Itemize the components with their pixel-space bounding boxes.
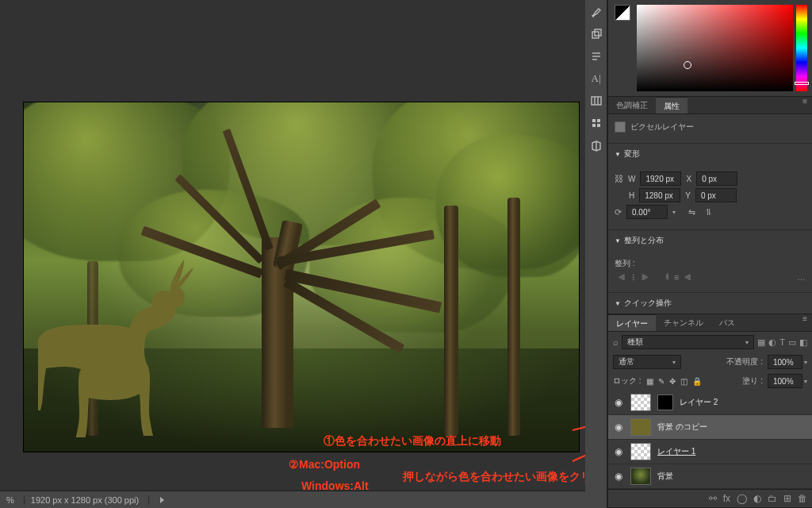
align-right-icon[interactable]: ⫸ (641, 272, 649, 282)
chevron-down-icon: ▼ (615, 151, 621, 158)
layers-footer: ⚯ fx ◯ ◐ 🗀 ⊞ 🗑 (608, 489, 812, 507)
link-layers-icon[interactable]: ⚯ (709, 493, 717, 504)
layer-name[interactable]: 背景 のコピー (657, 421, 707, 433)
lock-all-icon[interactable]: 🔒 (692, 377, 702, 386)
layer-thumbnail[interactable] (630, 468, 651, 485)
more-icon[interactable]: … (797, 272, 806, 282)
layer-item[interactable]: ◉ 背景 (608, 464, 812, 489)
tab-properties[interactable]: 属性 (656, 97, 688, 114)
filter-shape-icon[interactable]: ▭ (788, 337, 796, 348)
align-buttons: ⫷ ⫶ ⫸ ⫵ ≡ ⫷ … (618, 271, 806, 282)
filter-type-icon[interactable]: T (779, 337, 785, 347)
layer-thumbnail[interactable] (630, 443, 651, 460)
align-left-icon[interactable]: ⫷ (618, 272, 626, 282)
lock-artboard-icon[interactable]: ◫ (680, 377, 688, 386)
panel-menu-icon[interactable]: ≡ (802, 314, 812, 331)
paragraph-panel-icon[interactable] (588, 48, 605, 65)
rotate-icon: ⟳ (615, 207, 622, 217)
y-label: Y (685, 191, 691, 200)
x-field[interactable]: 0 px (696, 171, 737, 186)
link-icon[interactable]: ⛓ (615, 174, 623, 183)
document-canvas[interactable] (24, 102, 579, 452)
layer-name[interactable]: 背景 (657, 471, 673, 482)
adjustment-icon[interactable]: ◐ (753, 493, 761, 504)
clone-panel-icon[interactable] (588, 25, 605, 43)
color-field[interactable] (637, 5, 793, 91)
chevron-down-icon: ▼ (615, 237, 621, 244)
brush-panel-icon[interactable] (588, 3, 605, 21)
align-bottom-icon[interactable]: ⫷ (684, 272, 692, 282)
visibility-icon[interactable]: ◉ (613, 421, 624, 433)
deer-silhouette (38, 255, 197, 437)
hue-slider[interactable] (796, 5, 807, 91)
align-hcenter-icon[interactable]: ⫶ (631, 272, 636, 282)
tab-layers[interactable]: レイヤー (608, 314, 656, 331)
character-panel-icon[interactable]: A| (588, 70, 605, 87)
status-dimensions: 1920 px x 1280 px (300 ppi) (31, 495, 149, 505)
align-top-icon[interactable]: ⫵ (665, 271, 669, 282)
lock-paint-icon[interactable]: ✎ (658, 377, 665, 386)
fill-field[interactable]: 100% (768, 374, 802, 388)
opacity-label: 不透明度 : (726, 356, 763, 368)
layer-item[interactable]: ◉ レイヤー 2 (608, 391, 812, 415)
svg-rect-5 (592, 97, 601, 105)
layer-thumbnail[interactable] (630, 418, 651, 436)
layer-name[interactable]: レイヤー 1 (657, 446, 695, 457)
flip-vertical-icon[interactable]: ⥮ (705, 207, 712, 217)
layer-filter-dropdown[interactable]: 種類▾ (622, 335, 754, 349)
layer-list: ◉ レイヤー 2 ◉ 背景 のコピー ◉ レイヤー 1 ◉ 背景 (608, 391, 812, 489)
lock-position-icon[interactable]: ✥ (669, 377, 676, 386)
filter-smart-icon[interactable]: ◧ (799, 337, 807, 348)
pixel-layer-icon (615, 121, 626, 133)
layers-tabs: レイヤー チャンネル パス ≡ (608, 314, 812, 332)
tab-paths[interactable]: パス (711, 314, 743, 331)
width-field[interactable]: 1920 px (640, 171, 681, 186)
quick-ops-header[interactable]: ▼ クイック操作 (608, 292, 812, 314)
styles-panel-icon[interactable] (588, 114, 605, 132)
layer-name[interactable]: レイヤー 2 (680, 397, 718, 408)
h-label: H (629, 191, 634, 200)
layer-thumbnail[interactable] (630, 394, 651, 411)
visibility-icon[interactable]: ◉ (613, 471, 624, 482)
rotation-field[interactable]: 0.00° (626, 205, 668, 219)
tab-channels[interactable]: チャンネル (656, 314, 711, 331)
flip-horizontal-icon[interactable]: ⇋ (688, 207, 695, 217)
svg-rect-0 (592, 32, 599, 38)
height-field[interactable]: 1280 px (639, 188, 680, 202)
svg-rect-8 (592, 119, 596, 122)
layer-item[interactable]: ◉ 背景 のコピー (608, 415, 812, 440)
search-icon[interactable]: ⌕ (613, 337, 619, 347)
fill-label: 塗り : (742, 375, 763, 387)
opacity-field[interactable]: 100% (768, 355, 802, 369)
status-chevron-icon[interactable] (160, 497, 164, 503)
fx-icon[interactable]: fx (723, 493, 730, 504)
chevron-down-icon: ▼ (615, 300, 621, 307)
trash-icon[interactable]: 🗑 (798, 493, 807, 504)
properties-panel: 色調補正 属性 ≡ ピクセルレイヤー ▼ 変形 ⛓ W 1920 px X 0 … (608, 97, 812, 314)
foreground-background-swatch[interactable] (615, 5, 630, 21)
new-layer-icon[interactable]: ⊞ (783, 493, 791, 504)
y-field[interactable]: 0 px (695, 188, 737, 202)
hue-thumb-icon (795, 82, 809, 85)
panel-menu-icon[interactable]: ≡ (802, 97, 812, 114)
filter-image-icon[interactable]: ▦ (757, 337, 765, 348)
tab-color-adjust[interactable]: 色調補正 (608, 97, 656, 114)
glyphs-panel-icon[interactable] (588, 92, 605, 110)
libraries-panel-icon[interactable] (588, 137, 605, 154)
color-cursor-icon (684, 61, 691, 69)
color-panel (608, 0, 812, 97)
group-icon[interactable]: 🗀 (768, 493, 777, 504)
filter-adjust-icon[interactable]: ◐ (768, 337, 776, 348)
blend-mode-dropdown[interactable]: 通常▾ (613, 355, 681, 369)
lock-transparency-icon[interactable]: ▦ (646, 377, 653, 386)
visibility-icon[interactable]: ◉ (613, 446, 624, 457)
mask-icon[interactable]: ◯ (737, 493, 747, 504)
layer-item[interactable]: ◉ レイヤー 1 (608, 440, 812, 464)
transform-header[interactable]: ▼ 変形 (608, 143, 812, 164)
align-vcenter-icon[interactable]: ≡ (674, 272, 679, 282)
align-header[interactable]: ▼ 整列と分布 (608, 229, 812, 251)
pixel-layer-label: ピクセルレイヤー (630, 121, 694, 133)
layer-mask-thumbnail[interactable] (657, 394, 673, 410)
visibility-icon[interactable]: ◉ (613, 397, 624, 408)
properties-tabs: 色調補正 属性 ≡ (608, 97, 812, 114)
